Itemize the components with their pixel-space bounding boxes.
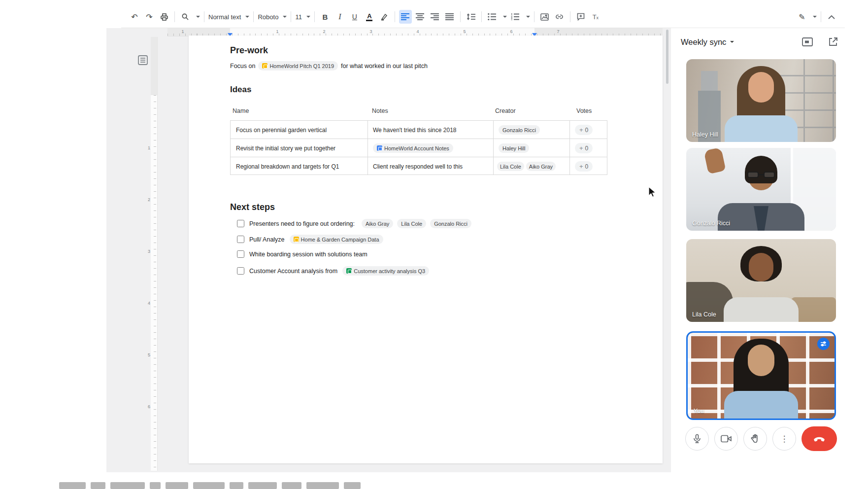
more-options-icon[interactable]: ⋮ [772,427,796,451]
editing-mode-dropdown[interactable]: ✎ [796,10,817,24]
file-chip-homeworld-pitch[interactable]: HomeWorld Pitch Q1 2019 [258,61,338,70]
file-chip-account-notes[interactable]: HomeWorld Account Notes [373,143,453,153]
glasses [747,172,775,178]
chevron-down-icon[interactable] [730,41,734,43]
slides-file-icon [294,237,299,242]
participant-name: Haley Hill [692,131,718,138]
align-right-icon[interactable] [429,10,441,24]
toolbar-divider [821,11,821,22]
vote-button[interactable]: +0 [575,161,593,172]
undo-icon[interactable]: ↶ [128,10,141,24]
participant-figure [725,115,798,142]
zoom-dropdown[interactable] [179,10,200,24]
file-chip-campaign-data[interactable]: Home & Garden Campaign Data [290,235,383,244]
video-tile-haley[interactable]: Haley Hill [686,59,836,142]
camera-icon[interactable] [714,427,738,451]
clear-formatting-icon[interactable]: Tx [589,10,602,24]
checkbox-icon[interactable] [237,250,244,258]
underline-icon[interactable]: U [348,10,361,24]
paragraph-style-dropdown[interactable]: Normal text [208,13,249,21]
person-chip[interactable]: Lila Cole [497,162,524,171]
table-cell-notes: Client really responded well to this [367,157,493,175]
chevron-down-icon [283,16,287,18]
table-cell-name: Regional breakdown and targets for Q1 [231,157,367,175]
ruler-number: 5 [148,352,150,357]
person-chip[interactable]: Haley Hill [499,143,529,153]
person-chip-label: Gonzalo Ricci [502,127,536,133]
person-chip[interactable]: Lila Cole [397,219,426,228]
checklist-item: Pull/ Analyze Home & Garden Campaign Dat… [237,235,383,244]
person-chip[interactable]: Gonzalo Ricci [499,125,540,135]
clipped-text-artifact [59,481,365,489]
raise-hand-icon[interactable] [743,427,767,451]
redo-icon[interactable]: ↷ [143,10,156,24]
numbered-list-icon[interactable] [509,10,522,24]
docs-toolbar: ↶ ↷ Normal text Roboto [121,6,845,28]
paragraph-style-label: Normal text [208,13,241,21]
person-chip[interactable]: Gonzalo Ricci [430,219,471,228]
participant-figure [724,297,799,322]
ruler-ticks [154,95,156,471]
align-center-icon[interactable] [414,10,427,24]
document-outline-icon[interactable] [136,53,150,67]
checkbox-icon[interactable] [237,220,244,227]
font-size-dropdown[interactable]: 11 [295,13,310,21]
chevron-down-icon[interactable] [526,16,530,18]
person-chip-label: Lila Cole [500,164,521,170]
ideas-table: Focus on perennial garden vertical We ha… [230,120,607,175]
line-spacing-icon[interactable] [465,10,477,24]
person-chip-label: Gonzalo Ricci [434,221,467,227]
scrollbar-thumb[interactable] [666,30,668,84]
vote-button[interactable]: +0 [575,143,593,153]
print-icon[interactable] [158,10,170,24]
checkbox-icon[interactable] [237,236,244,243]
participant-figure [724,391,798,420]
picture-in-picture-icon[interactable] [801,35,814,48]
pencil-icon: ✎ [796,10,808,24]
microphone-icon[interactable] [685,427,709,451]
table-cell-votes: +0 [569,121,607,139]
bulleted-list-icon[interactable] [486,10,499,24]
justify-icon[interactable] [443,10,456,24]
waving-hand [703,148,726,174]
person-chip-label: Lila Cole [401,221,422,227]
person-chip[interactable]: Aiko Gray [362,219,393,228]
ruler-number: 4 [416,29,419,34]
chevron-down-icon[interactable] [503,16,507,18]
font-dropdown[interactable]: Roboto [258,13,287,21]
vote-count: 0 [585,145,589,152]
sheets-file-icon [346,268,352,274]
collapse-toolbar-icon[interactable] [825,10,838,24]
bold-icon[interactable]: B [319,10,332,24]
end-call-button[interactable] [801,426,837,451]
insert-link-icon[interactable] [553,10,566,24]
video-tile-you[interactable]: You [686,331,836,420]
document-page[interactable]: Pre-work Focus on HomeWorld Pitch Q1 201… [189,35,663,463]
italic-icon[interactable]: I [334,10,346,24]
open-in-new-icon[interactable] [827,35,839,48]
meeting-title[interactable]: Weekly sync [681,37,726,47]
insert-comment-icon[interactable] [574,10,587,24]
highlight-color-icon[interactable] [378,10,391,24]
section-heading-prework: Pre-work [230,45,268,56]
table-cell-votes: +0 [569,139,607,157]
vote-button[interactable]: +0 [575,125,593,135]
insert-image-icon[interactable] [538,10,551,24]
file-chip-customer-analysis[interactable]: Customer activity analysis Q3 [342,266,429,276]
ruler-number: 1 [181,29,184,34]
ruler-number: 6 [148,404,150,409]
align-left-icon[interactable] [399,10,412,24]
vertical-ruler[interactable]: 1 2 3 4 5 6 [147,37,159,471]
table-header-notes: Notes [372,107,388,114]
video-effects-icon[interactable] [817,338,830,350]
file-chip-label: HomeWorld Pitch Q1 2019 [269,63,334,69]
person-chip[interactable]: Aiko Gray [526,162,556,171]
slides-file-icon [262,63,267,69]
checkbox-icon[interactable] [237,267,244,275]
participant-figure [749,253,773,281]
text-color-icon[interactable]: A [363,10,376,24]
file-chip-label: HomeWorld Account Notes [384,145,449,151]
video-tile-gonzalo[interactable]: Gonzalo Ricci [686,148,836,231]
chevron-down-icon [196,16,200,18]
video-tile-lila[interactable]: Lila Cole [686,239,836,322]
